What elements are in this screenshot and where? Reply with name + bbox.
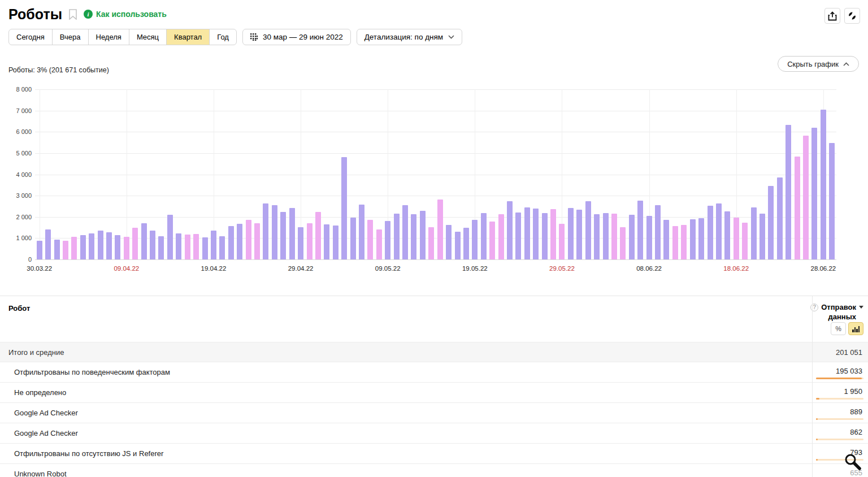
period-tab-3[interactable]: Месяц xyxy=(129,29,167,45)
bar-weekday[interactable] xyxy=(481,213,487,259)
bar-weekday[interactable] xyxy=(237,224,242,259)
bar-weekend[interactable] xyxy=(376,229,382,259)
table-row-1[interactable]: Не определено1 950 xyxy=(0,383,868,403)
bar-weekday[interactable] xyxy=(80,235,86,259)
bar-weekday[interactable] xyxy=(263,203,268,259)
bar-weekday[interactable] xyxy=(524,207,530,259)
bar-weekday[interactable] xyxy=(202,237,208,259)
bar-weekday[interactable] xyxy=(150,231,155,259)
bar-weekday[interactable] xyxy=(394,214,400,259)
bar-weekend[interactable] xyxy=(132,228,138,259)
bar-weekday[interactable] xyxy=(141,223,147,259)
bar-weekday[interactable] xyxy=(533,209,539,259)
bar-weekday[interactable] xyxy=(785,125,791,259)
bar-weekend[interactable] xyxy=(803,136,809,259)
detail-dropdown[interactable]: Детализация: по дням xyxy=(357,29,462,45)
bar-weekday[interactable] xyxy=(402,205,408,260)
bar-weekday[interactable] xyxy=(115,235,120,259)
table-row-5[interactable]: Unknown Robot655 xyxy=(0,464,868,477)
table-row-0[interactable]: Отфильтрованы по поведенческим факторам1… xyxy=(0,362,868,383)
bar-weekday[interactable] xyxy=(219,236,225,259)
bar-weekday[interactable] xyxy=(350,218,356,259)
bar-weekend[interactable] xyxy=(367,220,373,259)
bar-weekend[interactable] xyxy=(620,227,626,259)
bar-weekday[interactable] xyxy=(629,215,635,259)
period-tab-2[interactable]: Неделя xyxy=(88,29,129,45)
bar-weekday[interactable] xyxy=(463,228,469,259)
bar-weekday[interactable] xyxy=(211,231,216,259)
bar-weekday[interactable] xyxy=(507,201,513,259)
bar-weekend[interactable] xyxy=(63,241,68,259)
table-row-4[interactable]: Отфильтрованы по отсутствию JS и Referer… xyxy=(0,444,868,464)
bar-weekday[interactable] xyxy=(420,211,426,259)
bar-weekday[interactable] xyxy=(515,213,521,259)
bar-weekday[interactable] xyxy=(576,210,582,259)
period-tab-0[interactable]: Сегодня xyxy=(8,29,53,45)
period-tab-5[interactable]: Год xyxy=(209,29,237,45)
bar-weekend[interactable] xyxy=(315,212,321,259)
bar-weekday[interactable] xyxy=(663,220,669,259)
bar-weekday[interactable] xyxy=(811,128,817,259)
value-column-header[interactable]: ? Отправок данных xyxy=(810,303,863,321)
bar-weekday[interactable] xyxy=(716,203,722,259)
bar-weekday[interactable] xyxy=(760,214,765,259)
bar-weekday[interactable] xyxy=(829,143,835,259)
feedback-button[interactable] xyxy=(844,8,860,24)
bar-weekend[interactable] xyxy=(550,209,556,259)
bar-weekday[interactable] xyxy=(333,226,338,259)
bar-weekend[interactable] xyxy=(193,234,199,259)
bar-weekday[interactable] xyxy=(708,206,713,259)
bar-weekend[interactable] xyxy=(489,222,495,259)
bar-weekday[interactable] xyxy=(158,236,164,259)
bookmark-icon[interactable] xyxy=(69,9,77,20)
bar-weekday[interactable] xyxy=(637,201,643,259)
bar-weekday[interactable] xyxy=(298,227,303,259)
bar-weekday[interactable] xyxy=(777,177,783,259)
bar-weekday[interactable] xyxy=(585,201,591,259)
bar-weekday[interactable] xyxy=(167,215,173,259)
bar-weekend[interactable] xyxy=(124,237,129,259)
bar-weekend[interactable] xyxy=(681,225,687,259)
bar-weekday[interactable] xyxy=(289,208,295,259)
bar-weekday[interactable] xyxy=(280,212,286,259)
bar-weekday[interactable] xyxy=(568,208,574,259)
bar-weekday[interactable] xyxy=(690,219,696,259)
bar-weekend[interactable] xyxy=(742,223,748,259)
date-range-button[interactable]: 30 мар — 29 июн 2022 xyxy=(242,29,351,45)
bar-weekday[interactable] xyxy=(698,218,704,259)
bar-weekend[interactable] xyxy=(672,226,678,259)
bar-weekend[interactable] xyxy=(437,200,443,259)
hide-chart-button[interactable]: Скрыть график xyxy=(778,56,859,72)
bar-weekday[interactable] xyxy=(385,221,390,259)
bar-weekday[interactable] xyxy=(228,226,234,259)
bar-weekday[interactable] xyxy=(455,232,461,259)
bar-weekday[interactable] xyxy=(603,213,609,259)
bar-weekend[interactable] xyxy=(246,220,251,259)
bar-weekday[interactable] xyxy=(821,110,826,259)
bar-weekend[interactable] xyxy=(734,218,739,259)
bar-weekend[interactable] xyxy=(71,237,77,259)
bar-weekday[interactable] xyxy=(37,241,42,259)
bar-weekday[interactable] xyxy=(446,225,452,259)
bar-weekend[interactable] xyxy=(307,223,313,259)
bar-weekday[interactable] xyxy=(176,233,181,259)
bar-weekend[interactable] xyxy=(185,235,190,259)
bar-weekday[interactable] xyxy=(751,207,757,259)
bar-weekday[interactable] xyxy=(594,214,600,259)
export-button[interactable] xyxy=(824,8,840,24)
table-row-3[interactable]: Google Ad Checker862 xyxy=(0,423,868,444)
bar-weekend[interactable] xyxy=(559,224,565,259)
bar-weekday[interactable] xyxy=(411,214,416,259)
bar-weekend[interactable] xyxy=(428,227,434,259)
bar-weekday[interactable] xyxy=(272,205,277,259)
bar-weekend[interactable] xyxy=(611,214,617,259)
bar-weekday[interactable] xyxy=(655,205,661,259)
period-tab-4[interactable]: Квартал xyxy=(166,29,210,45)
bar-weekday[interactable] xyxy=(359,205,364,259)
bar-weekday[interactable] xyxy=(768,186,774,259)
bars-toggle-button[interactable] xyxy=(848,322,863,335)
percent-toggle-button[interactable]: % xyxy=(831,322,846,335)
bar-weekday[interactable] xyxy=(472,220,478,259)
bar-weekday[interactable] xyxy=(542,213,548,259)
bar-weekday[interactable] xyxy=(106,232,112,259)
